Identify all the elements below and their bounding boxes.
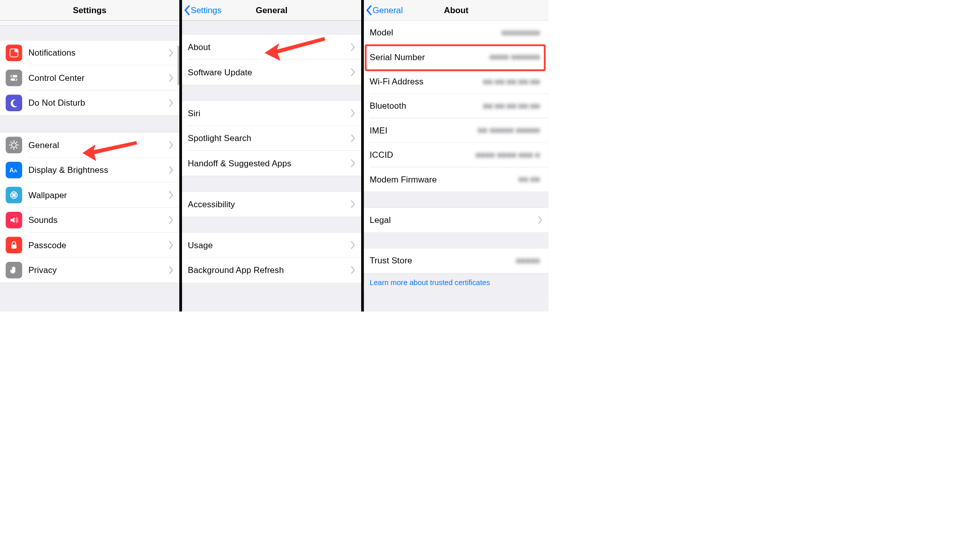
wallpaper-icon: [6, 187, 22, 204]
row-sounds[interactable]: Sounds: [0, 208, 179, 233]
general-panel: Settings General About Software Update S…: [182, 0, 364, 312]
row-background-refresh[interactable]: Background App Refresh: [182, 258, 361, 283]
page-title: General: [256, 5, 287, 15]
row-do-not-disturb[interactable]: Do Not Disturb: [0, 90, 179, 116]
learn-more-link[interactable]: Learn more about trusted certificates: [364, 273, 549, 293]
navbar-about: General About: [364, 0, 549, 21]
chevron-right-icon: [351, 68, 356, 76]
chevron-right-icon: [351, 134, 356, 143]
control-center-icon: [6, 70, 22, 86]
row-label: Wi-Fi Address: [370, 77, 483, 86]
chevron-right-icon: [169, 166, 174, 174]
row-label: Legal: [370, 215, 538, 225]
chevron-right-icon: [351, 159, 356, 167]
about-legal-group: Legal: [364, 208, 549, 233]
row-wifi-address[interactable]: Wi-Fi Address ■■:■■:■■:■■:■■: [364, 69, 549, 94]
navbar-general: Settings General: [182, 0, 361, 21]
row-iccid[interactable]: ICCID ■■■■ ■■■■ ■■■ ■: [364, 143, 549, 167]
back-button-settings[interactable]: Settings: [184, 5, 221, 15]
settings-root-panel: Settings Notifications Control Center: [0, 0, 182, 312]
svg-point-5: [15, 79, 16, 80]
general-group-1: About Software Update: [182, 35, 361, 85]
row-general[interactable]: General: [0, 132, 179, 158]
chevron-right-icon: [169, 266, 174, 274]
row-modem-firmware[interactable]: Modem Firmware ■■.■■: [364, 167, 549, 192]
svg-rect-21: [12, 245, 17, 249]
row-value: ■■■■■: [516, 256, 540, 265]
row-legal[interactable]: Legal: [364, 208, 549, 232]
row-label: Handoff & Suggested Apps: [188, 158, 351, 168]
lock-icon: [6, 237, 22, 254]
group-gap: [0, 115, 179, 132]
row-label: Privacy: [28, 265, 169, 275]
row-spotlight[interactable]: Spotlight Search: [182, 126, 361, 151]
chevron-right-icon: [351, 241, 356, 249]
group-gap: [182, 217, 361, 233]
row-model[interactable]: Model ■■■■■■■■: [364, 21, 549, 45]
gear-icon: [6, 137, 22, 154]
row-accessibility[interactable]: Accessibility: [182, 192, 361, 217]
row-passcode[interactable]: Passcode: [0, 233, 179, 258]
row-label: Do Not Disturb: [28, 98, 169, 108]
row-label: Accessibility: [188, 199, 351, 209]
notifications-icon: [6, 44, 22, 61]
svg-point-18: [13, 194, 15, 197]
row-value: ■■:■■:■■:■■:■■: [483, 102, 540, 111]
settings-group-1: Notifications Control Center Do Not Dist…: [0, 40, 179, 116]
row-serial-number[interactable]: Serial Number ■■■■ ■■■■■■: [364, 45, 549, 69]
display-icon: AA: [6, 162, 22, 178]
row-display-brightness[interactable]: AA Display & Brightness: [0, 158, 179, 183]
row-value: ■■.■■: [518, 175, 540, 184]
page-title: About: [444, 5, 469, 15]
moon-icon: [6, 95, 22, 111]
row-wallpaper[interactable]: Wallpaper: [0, 182, 179, 208]
row-handoff[interactable]: Handoff & Suggested Apps: [182, 151, 361, 176]
svg-point-6: [12, 143, 16, 147]
row-label: General: [28, 140, 169, 150]
row-siri[interactable]: Siri: [182, 101, 361, 126]
row-label: Control Center: [28, 73, 169, 83]
svg-line-13: [11, 147, 12, 148]
row-label: Model: [370, 28, 502, 37]
chevron-right-icon: [169, 49, 174, 57]
about-info-group: Model ■■■■■■■■ Serial Number ■■■■ ■■■■■■…: [364, 21, 549, 192]
row-about[interactable]: About: [182, 35, 361, 60]
chevron-right-icon: [169, 241, 174, 249]
general-group-3: Accessibility: [182, 192, 361, 217]
row-imei[interactable]: IMEI ■■ ■■■■■ ■■■■■: [364, 118, 549, 143]
row-value: ■■■■ ■■■■■■: [489, 53, 540, 62]
row-label: Background App Refresh: [188, 265, 351, 275]
chevron-right-icon: [538, 216, 543, 224]
group-gap: [182, 21, 361, 35]
row-usage[interactable]: Usage: [182, 233, 361, 258]
row-control-center[interactable]: Control Center: [0, 65, 179, 90]
row-bluetooth[interactable]: Bluetooth ■■:■■:■■:■■:■■: [364, 94, 549, 118]
svg-point-1: [15, 49, 18, 53]
row-label: Notifications: [28, 48, 169, 58]
chevron-right-icon: [169, 74, 174, 82]
row-label: Spotlight Search: [188, 133, 351, 143]
svg-line-11: [11, 142, 12, 143]
row-notifications[interactable]: Notifications: [0, 40, 179, 66]
row-label: Display & Brightness: [28, 165, 169, 175]
group-gap: [182, 176, 361, 192]
back-label: Settings: [190, 5, 221, 15]
back-button-general[interactable]: General: [366, 5, 403, 15]
row-trust-store[interactable]: Trust Store ■■■■■: [364, 249, 549, 273]
row-label: IMEI: [370, 126, 478, 135]
settings-group-2: General AA Display & Brightness Wallpape…: [0, 132, 179, 283]
row-software-update[interactable]: Software Update: [182, 60, 361, 85]
row-label: Software Update: [188, 67, 351, 77]
group-gap: [0, 26, 179, 40]
chevron-right-icon: [169, 191, 174, 199]
about-truststore-group: Trust Store ■■■■■: [364, 249, 549, 273]
group-gap: [364, 192, 549, 208]
row-label: Siri: [188, 108, 351, 118]
row-label: About: [188, 42, 351, 52]
svg-point-3: [12, 75, 13, 77]
scrollbar[interactable]: [178, 45, 179, 85]
row-value: ■■■■ ■■■■ ■■■ ■: [475, 151, 540, 160]
row-privacy[interactable]: Privacy: [0, 258, 179, 283]
row-label: Usage: [188, 240, 351, 250]
row-label: Wallpaper: [28, 190, 169, 200]
